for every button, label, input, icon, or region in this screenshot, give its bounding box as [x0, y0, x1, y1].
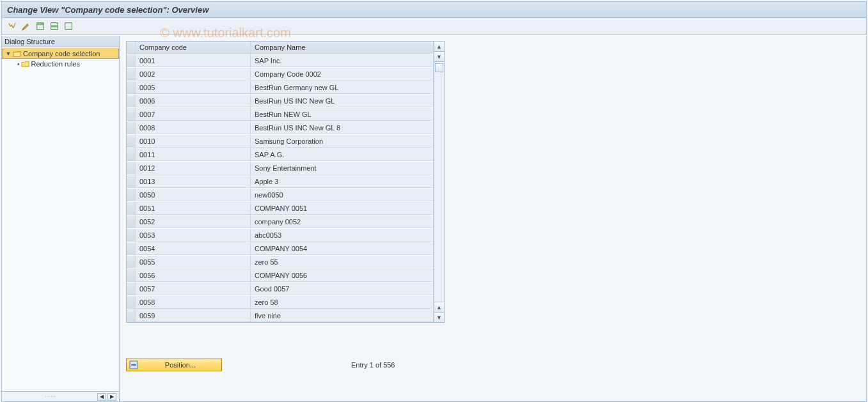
cell-company-name[interactable]: Sony Entertainment — [251, 161, 434, 174]
cell-company-code[interactable]: 0056 — [136, 268, 251, 282]
cell-company-code[interactable]: 0013 — [136, 174, 251, 188]
row-selector[interactable] — [127, 215, 136, 228]
cell-company-name[interactable]: Company Code 0002 — [251, 67, 434, 81]
table-row: 0056COMPANY 0056 — [127, 268, 434, 282]
cell-company-name[interactable]: Apple 3 — [251, 174, 434, 188]
row-selector[interactable] — [127, 67, 136, 81]
row-selector[interactable] — [127, 81, 136, 94]
scroll-up-step-button[interactable]: ▲ — [434, 302, 444, 312]
cell-company-name[interactable]: Samsung Corporation — [251, 134, 434, 148]
row-selector[interactable] — [127, 188, 136, 201]
cell-company-name[interactable]: SAP A.G. — [251, 148, 434, 161]
vertical-scrollbar: ▲ ▼ ▲ ▼ — [434, 42, 444, 322]
cell-company-code[interactable]: 0053 — [136, 228, 251, 242]
column-header-name[interactable]: Company Name — [251, 42, 434, 54]
scroll-left-button[interactable]: ◀ — [97, 393, 106, 401]
table-row: 0053abc0053 — [127, 228, 434, 242]
row-selector[interactable] — [127, 268, 136, 282]
cell-company-code[interactable]: 0052 — [136, 215, 251, 228]
row-selector[interactable] — [127, 54, 136, 67]
row-selector[interactable] — [127, 94, 136, 107]
scroll-right-button[interactable]: ▶ — [107, 393, 116, 401]
svg-rect-4 — [65, 22, 72, 29]
cell-company-name[interactable]: five nine — [251, 309, 434, 322]
cell-company-code[interactable]: 0008 — [136, 121, 251, 134]
cell-company-code[interactable]: 0050 — [136, 188, 251, 201]
expander-icon[interactable]: ▼ — [5, 50, 12, 57]
row-selector[interactable] — [127, 121, 136, 134]
cell-company-code[interactable]: 0001 — [136, 54, 251, 67]
cell-company-name[interactable]: BestRun US INC New GL — [251, 94, 434, 107]
scroll-down-button[interactable]: ▼ — [434, 312, 444, 322]
cell-company-code[interactable]: 0007 — [136, 107, 251, 121]
cell-company-name[interactable]: company 0052 — [251, 215, 434, 228]
select-block-button[interactable] — [48, 20, 61, 32]
cell-company-name[interactable]: abc0053 — [251, 228, 434, 242]
sidebar-hscroll: ⋯⋯ ◀ ▶ — [2, 391, 119, 401]
svg-rect-1 — [37, 22, 44, 25]
row-selector[interactable] — [127, 228, 136, 242]
title-bar: Change View "Company code selection": Ov… — [1, 1, 867, 18]
cell-company-code[interactable]: 0006 — [136, 94, 251, 107]
cell-company-name[interactable]: BestRun NEW GL — [251, 107, 434, 121]
other-object-button[interactable] — [20, 20, 33, 32]
cell-company-code[interactable]: 0012 — [136, 161, 251, 174]
row-selector[interactable] — [127, 309, 136, 322]
scroll-down-step-button[interactable]: ▼ — [434, 52, 444, 62]
row-selector-header[interactable] — [127, 42, 136, 54]
display-change-button[interactable] — [6, 20, 19, 32]
position-button[interactable]: Position... — [126, 359, 222, 371]
table-row: 0051COMPANY 0051 — [127, 201, 434, 215]
resize-grip-icon[interactable]: ⋯⋯ — [4, 394, 96, 399]
scroll-up-button[interactable]: ▲ — [434, 42, 444, 52]
row-selector[interactable] — [127, 282, 136, 295]
cell-company-code[interactable]: 0051 — [136, 201, 251, 215]
row-selector[interactable] — [127, 295, 136, 309]
cell-company-name[interactable]: SAP Inc. — [251, 54, 434, 67]
row-selector[interactable] — [127, 134, 136, 148]
cell-company-name[interactable]: COMPANY 0056 — [251, 268, 434, 282]
tree-item-company-code-selection[interactable]: ▼ Company code selection — [2, 49, 119, 59]
scroll-track[interactable] — [434, 62, 444, 302]
row-selector[interactable] — [127, 174, 136, 188]
row-selector[interactable] — [127, 255, 136, 268]
table-deselect-icon — [64, 22, 73, 31]
cell-company-code[interactable]: 0058 — [136, 295, 251, 309]
tree-item-reduction-rules[interactable]: • Reduction rules — [2, 59, 119, 69]
cell-company-name[interactable]: zero 55 — [251, 255, 434, 268]
cell-company-name[interactable]: COMPANY 0054 — [251, 242, 434, 255]
cell-company-name[interactable]: Good 0057 — [251, 282, 434, 295]
table-row: 0052company 0052 — [127, 215, 434, 228]
table-select-icon — [36, 22, 45, 31]
cell-company-name[interactable]: BestRun US INC New GL 8 — [251, 121, 434, 134]
cell-company-name[interactable]: BestRun Germany new GL — [251, 81, 434, 94]
cell-company-code[interactable]: 0010 — [136, 134, 251, 148]
table-row: 0001SAP Inc. — [127, 54, 434, 67]
pencil-icon — [22, 22, 31, 31]
table-row: 0013Apple 3 — [127, 174, 434, 188]
column-header-code[interactable]: Company code — [136, 42, 251, 54]
cell-company-name[interactable]: COMPANY 0051 — [251, 201, 434, 215]
cell-company-code[interactable]: 0011 — [136, 148, 251, 161]
row-selector[interactable] — [127, 242, 136, 255]
table-row: 0007BestRun NEW GL — [127, 107, 434, 121]
cell-company-code[interactable]: 0055 — [136, 255, 251, 268]
scroll-thumb[interactable] — [435, 63, 443, 72]
cell-company-name[interactable]: zero 58 — [251, 295, 434, 309]
cell-company-code[interactable]: 0059 — [136, 309, 251, 322]
cell-company-code[interactable]: 0002 — [136, 67, 251, 81]
table-row: 0005BestRun Germany new GL — [127, 81, 434, 94]
position-label: Position... — [142, 361, 219, 369]
select-all-button[interactable] — [34, 20, 47, 32]
cell-company-code[interactable]: 0054 — [136, 242, 251, 255]
row-selector[interactable] — [127, 201, 136, 215]
cell-company-name[interactable]: new0050 — [251, 188, 434, 201]
cell-company-code[interactable]: 0005 — [136, 81, 251, 94]
deselect-all-button[interactable] — [62, 20, 75, 32]
table-row: 0011SAP A.G. — [127, 148, 434, 161]
row-selector[interactable] — [127, 148, 136, 161]
cell-company-code[interactable]: 0057 — [136, 282, 251, 295]
row-selector[interactable] — [127, 107, 136, 121]
row-selector[interactable] — [127, 161, 136, 174]
svg-rect-3 — [51, 25, 58, 27]
